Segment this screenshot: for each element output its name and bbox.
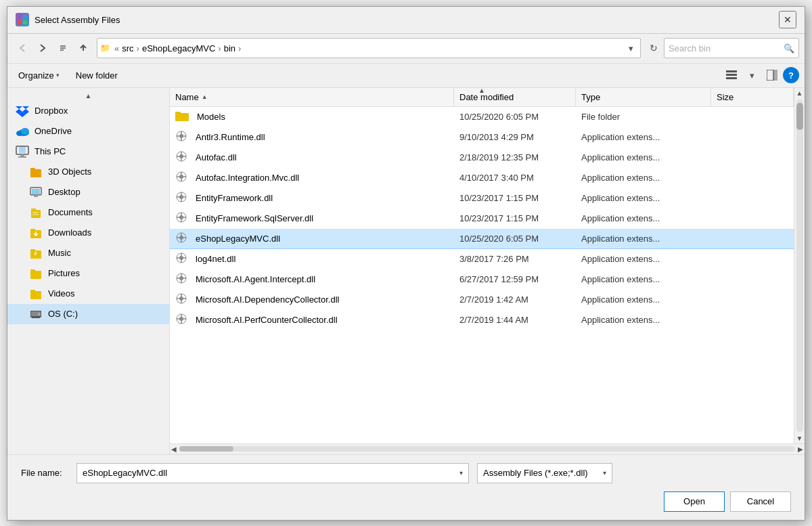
file-name-row: File name: eShopLegacyMVC.dll ▾ Assembly… [21, 463, 791, 483]
svg-point-61 [179, 195, 183, 199]
sidebar-label-pictures: Pictures [48, 268, 80, 278]
forward-button[interactable] [33, 39, 52, 58]
file-type-cell: Application extens... [581, 173, 717, 183]
svg-point-85 [179, 276, 183, 280]
scroll-up-arrow[interactable]: ▲ [795, 88, 805, 98]
col-header-date[interactable]: Date modified [454, 88, 576, 106]
pictures-icon [29, 267, 43, 280]
preview-pane-button[interactable] [763, 66, 782, 85]
file-type-select[interactable]: Assembly Files (*.exe;*.dll) ▾ [477, 463, 612, 483]
name-sort-icon: ▲ [202, 93, 208, 100]
sidebar-label-onedrive: OneDrive [35, 126, 72, 136]
dll-icon [175, 272, 187, 284]
scroll-left-arrow[interactable]: ◀ [171, 445, 177, 453]
sidebar-item-desktop[interactable]: Desktop [7, 182, 169, 202]
breadcrumb-bin[interactable]: bin [224, 43, 235, 53]
file-type-value: Assembly Files (*.exe;*.dll) [483, 468, 588, 478]
dll-icon [175, 191, 187, 203]
dll-icon [175, 171, 187, 183]
scroll-right-arrow[interactable]: ▶ [798, 445, 803, 453]
table-row[interactable]: Microsoft.AI.Agent.Intercept.dll 6/27/20… [170, 269, 794, 290]
file-type-cell: Application extens... [581, 132, 717, 142]
dll-file-icon [175, 313, 187, 327]
sidebar-item-3d-objects[interactable]: 3D Objects [7, 162, 169, 182]
title-bar: Select Assembly Files ✕ [7, 7, 805, 34]
file-name-label: File name: [21, 468, 68, 478]
horiz-scroll-thumb[interactable] [179, 446, 233, 452]
table-row[interactable]: Autofac.Integration.Mvc.dll 4/10/2017 3:… [170, 168, 794, 188]
sidebar-item-onedrive[interactable]: OneDrive [7, 121, 169, 141]
table-row[interactable]: EntityFramework.SqlServer.dll 10/23/2017… [170, 209, 794, 229]
table-row[interactable]: Autofac.dll 2/18/2019 12:35 PM Applicati… [170, 148, 794, 168]
svg-rect-26 [32, 212, 39, 213]
file-list: Models 10/25/2020 6:05 PM File folder An… [170, 107, 794, 443]
horizontal-scrollbar[interactable]: ◀ ▶ [170, 443, 805, 454]
sidebar-label-music: Music [48, 248, 71, 258]
organize-button[interactable]: Organize ▾ [13, 66, 65, 85]
file-date-cell: 10/25/2020 6:05 PM [459, 234, 581, 244]
breadcrumb-eshop[interactable]: eShopLegacyMVC [142, 43, 215, 53]
svg-rect-27 [32, 214, 39, 215]
horiz-scroll-track [179, 446, 795, 452]
open-button[interactable]: Open [664, 491, 725, 512]
file-name-input[interactable]: eShopLegacyMVC.dll ▾ [76, 463, 469, 483]
svg-rect-8 [774, 70, 777, 81]
col-header-size[interactable]: Size [711, 88, 794, 106]
table-row[interactable]: log4net.dll 3/8/2017 7:26 PM Application… [170, 249, 794, 269]
file-date-cell: 4/10/2017 3:40 PM [459, 173, 581, 183]
dropbox-icon [16, 104, 29, 118]
up-button[interactable] [74, 39, 93, 58]
help-button[interactable]: ? [783, 67, 799, 83]
sidebar-item-downloads[interactable]: Downloads [7, 223, 169, 243]
desktop-icon [29, 185, 43, 199]
svg-rect-4 [726, 70, 737, 72]
table-row[interactable]: EntityFramework.dll 10/23/2017 1:15 PM A… [170, 188, 794, 209]
refresh-button[interactable]: ↻ [645, 39, 662, 57]
scroll-thumb[interactable] [796, 103, 803, 130]
search-box[interactable]: Search bin 🔍 [664, 38, 799, 58]
svg-rect-2 [18, 20, 22, 24]
breadcrumb-content: « src › eShopLegacyMVC › bin › [113, 43, 624, 53]
table-row[interactable]: Microsoft.AI.PerfCounterCollector.dll 2/… [170, 310, 794, 330]
vertical-scrollbar[interactable]: ▲ ▼ [794, 88, 805, 443]
sidebar-item-os-c[interactable]: OS (C:) [7, 304, 169, 324]
file-name-text: eShopLegacyMVC.dll [196, 234, 280, 244]
col-header-type[interactable]: Type [576, 88, 711, 106]
new-folder-button[interactable]: New folder [70, 66, 123, 85]
table-row[interactable]: Microsoft.AI.DependencyCollector.dll 2/7… [170, 290, 794, 310]
sidebar-item-this-pc[interactable]: This PC [7, 141, 169, 162]
file-name-cell: Microsoft.AI.Agent.Intercept.dll [175, 272, 459, 286]
3d-objects-icon [29, 165, 43, 179]
sidebar-item-pictures[interactable]: Pictures [7, 263, 169, 284]
breadcrumb-src[interactable]: src [122, 43, 133, 53]
table-row[interactable]: Models 10/25/2020 6:05 PM File folder [170, 107, 794, 127]
svg-rect-18 [18, 156, 26, 158]
navigation-toolbar: 📁 « src › eShopLegacyMVC › bin › ▾ ↻ Sea… [7, 34, 805, 64]
sidebar-item-documents[interactable]: Documents [7, 202, 169, 223]
col-header-name[interactable]: Name ▲ [170, 88, 454, 106]
dll-icon [175, 130, 187, 142]
file-name-text: Autofac.dll [196, 152, 237, 162]
recent-locations-button[interactable] [53, 39, 72, 58]
dll-icon [175, 211, 187, 223]
file-date-cell: 10/23/2017 1:15 PM [459, 193, 581, 203]
view-options-button[interactable]: ▾ [742, 66, 761, 85]
back-button[interactable] [13, 39, 32, 58]
address-bar[interactable]: 📁 « src › eShopLegacyMVC › bin › ▾ [97, 38, 641, 58]
table-row[interactable]: Antlr3.Runtime.dll 9/10/2013 4:29 PM App… [170, 127, 794, 148]
close-button[interactable]: ✕ [779, 11, 796, 28]
videos-icon [29, 287, 43, 301]
scroll-down-arrow[interactable]: ▼ [795, 433, 805, 443]
dll-icon [175, 232, 187, 244]
svg-rect-31 [30, 249, 35, 252]
address-dropdown-button[interactable]: ▾ [624, 39, 637, 58]
list-view-button[interactable] [722, 66, 741, 85]
file-date-cell: 9/10/2013 4:29 PM [459, 132, 581, 142]
cancel-button[interactable]: Cancel [730, 491, 791, 512]
file-name-text: Antlr3.Runtime.dll [196, 132, 265, 142]
sidebar-item-videos[interactable]: Videos [7, 284, 169, 304]
dll-icon [175, 313, 187, 325]
table-row[interactable]: eShopLegacyMVC.dll 10/25/2020 6:05 PM Ap… [170, 229, 794, 249]
sidebar-item-dropbox[interactable]: Dropbox [7, 101, 169, 121]
sidebar-item-music[interactable]: Music [7, 243, 169, 263]
